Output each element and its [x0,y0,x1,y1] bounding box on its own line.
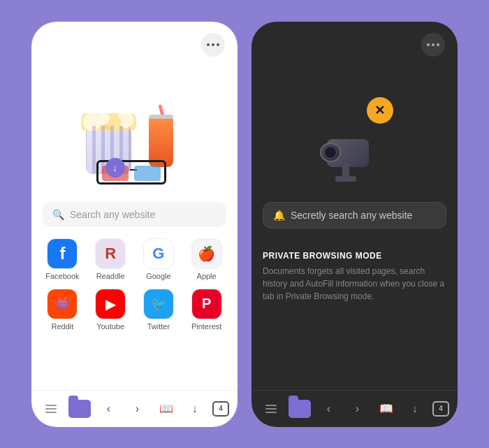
hero-illustration: ↓ [65,69,205,188]
google-icon: G [143,238,174,269]
back-icon: ‹ [107,403,110,415]
top-bar-light [31,22,238,62]
search-bar-dark[interactable]: 🔔 Secretly search any website [263,202,446,229]
download-badge: ↓ [105,158,125,178]
hero-area-light: ↓ [31,62,238,202]
hamburger-icon-dark [265,405,277,413]
folder-icon-dark [289,400,311,418]
readdle-label: Readdle [96,272,125,280]
pinterest-label: Pinterest [191,322,221,331]
drink-cup [149,115,173,167]
quick-link-readdle[interactable]: R Readdle [91,238,131,280]
bookmarks-icon: 📖 [159,402,173,415]
phone-dark: ✕ 🔔 Secretly search any website PRIVATE … [251,22,458,427]
back-button-dark[interactable]: ‹ [317,398,340,420]
search-icon: 🔍 [52,209,64,220]
dot2 [432,43,435,46]
bottom-toolbar-dark: ‹ › 📖 ↓ 4 [251,390,458,427]
apple-icon: 🍎 [191,238,222,269]
dot1 [427,43,430,46]
private-search-icon: 🔔 [273,210,285,221]
hamburger-icon [45,405,57,413]
youtube-label: Youtube [96,322,124,331]
downloads-button-dark[interactable]: ↓ [404,398,426,420]
search-placeholder-text: Search any website [70,209,155,220]
forward-icon: › [136,403,139,415]
google-label: Google [146,272,170,280]
dot3 [437,43,439,46]
more-options-button-light[interactable] [201,33,225,57]
bookmarks-icon-dark: 📖 [379,402,393,415]
private-browsing-info: PRIVATE BROWSING MODE Documents forgets … [251,240,458,390]
twitter-icon: 🐦 [143,289,174,319]
menu-button[interactable] [40,398,62,420]
apple-label: Apple [197,272,217,280]
folder-button[interactable] [68,398,91,420]
quick-link-google[interactable]: G Google [139,238,179,280]
menu-button-dark[interactable] [260,398,282,420]
dot2 [212,43,214,46]
quick-link-reddit[interactable]: 👾 Reddit [43,289,82,331]
folder-icon [68,400,91,418]
camera-lens [320,143,341,162]
forward-icon-dark: › [356,403,359,415]
camera-stand [342,164,349,178]
forward-button[interactable]: › [126,398,148,420]
private-mode-description: Documents forgets all visited pages, sea… [263,265,446,303]
quick-link-youtube[interactable]: ▶ Youtube [91,289,131,331]
back-button[interactable]: ‹ [97,398,119,420]
quick-links-grid: f Facebook R Readdle G Google 🍎 Apple 👾 … [31,238,238,342]
dot1 [207,43,210,46]
quick-link-twitter[interactable]: 🐦 Twitter [139,289,179,331]
back-icon-dark: ‹ [327,403,330,415]
top-bar-dark [251,22,458,62]
quick-link-pinterest[interactable]: P Pinterest [187,289,226,331]
facebook-icon: f [47,238,78,269]
tabs-count-badge[interactable]: 4 [212,401,229,417]
more-options-button-dark[interactable] [421,33,445,57]
readdle-icon: R [95,238,126,269]
phone-light: ↓ 🔍 Search any website f Facebook [31,22,238,427]
youtube-icon: ▶ [95,289,126,319]
private-mode-title: PRIVATE BROWSING MODE [263,251,446,261]
private-search-placeholder: Secretly search any website [291,210,412,221]
camera-illustration: ✕ [313,94,397,178]
tabs-count-badge-dark[interactable]: 4 [432,401,449,417]
quick-link-facebook[interactable]: f Facebook [43,238,82,280]
forward-button-dark[interactable]: › [346,398,368,420]
twitter-label: Twitter [147,322,170,331]
bookmarks-button[interactable]: 📖 [155,398,177,420]
downloads-icon: ↓ [192,403,198,415]
reddit-label: Reddit [51,322,73,331]
tabs-count-dark: 4 [439,405,443,412]
dot3 [217,43,219,46]
search-bar-light[interactable]: 🔍 Search any website [43,202,226,227]
downloads-button[interactable]: ↓ [184,398,206,420]
downloads-icon-dark: ↓ [412,403,418,415]
tabs-count: 4 [219,405,223,412]
x-badge: ✕ [367,97,393,124]
lens-right [134,166,161,181]
quick-link-apple[interactable]: 🍎 Apple [187,238,226,280]
reddit-icon: 👾 [47,289,78,319]
pinterest-icon: P [191,289,222,319]
bookmarks-button-dark[interactable]: 📖 [375,398,397,420]
dark-hero-area: ✕ [251,62,458,202]
folder-button-dark[interactable] [289,398,311,420]
facebook-label: Facebook [45,272,79,280]
bottom-toolbar-light: ‹ › 📖 ↓ 4 [31,390,238,427]
